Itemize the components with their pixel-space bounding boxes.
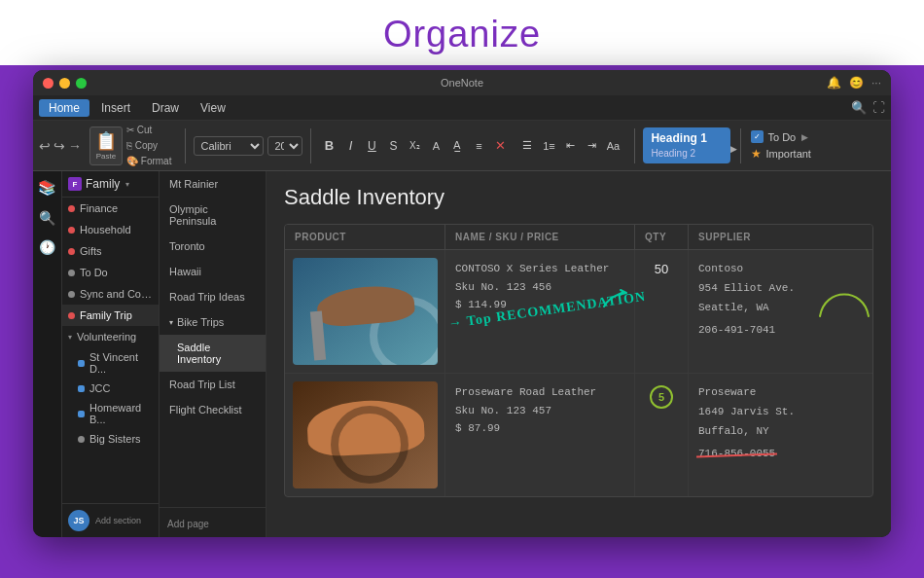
aa-button[interactable]: Aa (603, 136, 622, 156)
important-button[interactable]: ★ Important (751, 147, 810, 161)
supplier-addr1-2: 1649 Jarvis St. (698, 403, 849, 422)
close-button[interactable] (43, 78, 53, 89)
section-pane: Mt Rainier Olympic Peninsula Toronto Haw… (160, 171, 267, 537)
qty-value-1: 50 (655, 262, 668, 363)
content-page-title: Saddle Inventory (284, 185, 873, 210)
font-size-selector[interactable]: 20 (267, 136, 302, 156)
forward-button[interactable]: → (68, 138, 82, 154)
product-image-1 (285, 250, 445, 373)
heading1-label: Heading 1 (651, 131, 723, 147)
th-qty: QTY (635, 225, 689, 249)
user-avatar[interactable]: JS (68, 510, 89, 531)
cut-button[interactable]: ✂ Cut (126, 123, 171, 138)
align-button[interactable]: ≡ (469, 136, 488, 156)
menu-home[interactable]: Home (39, 99, 89, 117)
italic-button[interactable]: I (340, 136, 360, 156)
more-icon[interactable]: ··· (871, 76, 881, 90)
supplier-phone-1: 206-491-7041 (698, 321, 849, 341)
indent-less-button[interactable]: ⇤ (560, 136, 580, 156)
undo-button[interactable]: ↩ (39, 138, 51, 154)
table-row-2: Proseware Road Leather Sku No. 123 457 $… (285, 374, 872, 496)
qty-circle-2: 5 (650, 385, 673, 409)
nav-item-homeward[interactable]: Homeward B... (62, 398, 159, 429)
expand-icon[interactable]: ⛶ (872, 100, 885, 115)
section-toronto[interactable]: Toronto (160, 234, 266, 259)
number-list-button[interactable]: 1≡ (539, 136, 558, 156)
font-selector[interactable]: Calibri (194, 136, 264, 156)
copy-button[interactable]: ⎘ Copy (126, 138, 171, 154)
indent-more-button[interactable]: ⇥ (582, 136, 601, 156)
search-toolbar-icon[interactable]: 🔍 (851, 100, 867, 115)
content-area: Saddle Inventory PRODUCT NAME / SKU / PR… (267, 171, 891, 537)
font-color-button[interactable]: A̲ (447, 136, 467, 156)
main-layout: 📚 🔍 🕐 F Family ▾ Finan (33, 171, 891, 537)
nav-item-st-vincent[interactable]: St Vincent D... (62, 347, 159, 379)
page-wrapper: Organize OneNote 🔔 😊 ··· Home Insert Dra… (0, 0, 924, 578)
user-icon[interactable]: 😊 (849, 76, 864, 90)
section-mt-rainier[interactable]: Mt Rainier (160, 171, 266, 197)
bullet-list-button[interactable]: ☰ (517, 136, 537, 156)
bold-button[interactable]: B (319, 136, 338, 156)
data-table: PRODUCT NAME / SKU / PRICE QTY SUPPLIER (284, 224, 873, 497)
section-road-trip-list[interactable]: Road Trip List (160, 372, 266, 397)
section-hawaii[interactable]: Hawaii (160, 259, 266, 284)
section-road-trip-ideas[interactable]: Road Trip Ideas (160, 284, 266, 309)
sidebar-search-icon[interactable]: 🔍 (39, 210, 55, 226)
user-initials: JS (73, 516, 84, 525)
traffic-lights (43, 78, 87, 89)
notebook-header[interactable]: F Family ▾ (62, 171, 159, 198)
nav-item-finance[interactable]: Finance (62, 198, 159, 219)
app-name: OneNote (441, 77, 483, 89)
menu-view[interactable]: View (191, 99, 235, 117)
toolbar: ↩ ↪ → 📋 Paste ✂ Cut ⎘ Copy 🎨 Format Cali… (33, 121, 891, 171)
bell-icon[interactable]: 🔔 (827, 76, 841, 90)
product-image-2 (285, 374, 445, 496)
supplier-addr2-1: Seattle, WA (698, 299, 849, 318)
section-olympic[interactable]: Olympic Peninsula (160, 197, 266, 234)
minimize-button[interactable] (59, 78, 70, 89)
recent-icon[interactable]: 🕐 (39, 239, 55, 255)
section-flight-checklist[interactable]: Flight Checklist (160, 397, 266, 422)
strikethrough-button[interactable]: S (383, 136, 403, 156)
supplier-name-1: Contoso (698, 260, 849, 279)
todo-label: To Do (767, 131, 796, 143)
add-section-button[interactable]: Add section (95, 516, 141, 525)
app-container: OneNote 🔔 😊 ··· Home Insert Draw View 🔍 … (33, 70, 891, 537)
section-saddle-inventory[interactable]: Saddle Inventory (160, 335, 266, 372)
nav-item-household[interactable]: Household (62, 219, 159, 240)
subscript-button[interactable]: X₂ (405, 136, 424, 156)
notebook-sidebar: F Family ▾ Finance Household (62, 171, 160, 537)
nav-item-jcc[interactable]: JCC (62, 379, 159, 398)
page-header: Organize (0, 0, 924, 65)
highlight-button[interactable]: A (426, 136, 445, 156)
section-bike-trips-header[interactable]: ▾ Bike Trips (160, 309, 266, 335)
menu-draw[interactable]: Draw (142, 99, 189, 117)
supplier-cell-1: Contoso 954 Elliot Ave. Seattle, WA 206-… (689, 250, 859, 373)
clear-button[interactable]: ✕ (490, 136, 510, 156)
underline-button[interactable]: U (362, 136, 381, 156)
qty-cell-2: 5 (635, 374, 689, 496)
product-name-1: CONTOSO X Series Leather (455, 260, 624, 278)
product-sku-1: Sku No. 123 456 (455, 278, 624, 297)
todo-button[interactable]: ✓ To Do ▶ (751, 130, 810, 143)
add-page-button[interactable]: Add page (167, 519, 209, 529)
nav-item-sync[interactable]: Sync and Coll... (62, 283, 159, 305)
format-button[interactable]: 🎨 Format (126, 154, 171, 169)
notebooks-icon[interactable]: 📚 (38, 179, 56, 197)
menu-insert[interactable]: Insert (91, 99, 140, 117)
product-info-2: Proseware Road Leather Sku No. 123 457 $… (445, 374, 635, 496)
nav-item-gifts[interactable]: Gifts (62, 240, 159, 262)
paste-button[interactable]: 📋 Paste (89, 126, 123, 165)
nav-item-bigsisters[interactable]: Big Sisters (62, 429, 159, 449)
sidebar-footer: JS Add section (62, 503, 159, 537)
nav-item-todo[interactable]: To Do (62, 262, 159, 283)
nav-item-familytrip[interactable]: Family Trip (62, 305, 159, 326)
supplier-phone-2: 716-856-0055 (698, 445, 775, 464)
heading-styles[interactable]: Heading 1 Heading 2 ▶ (643, 127, 730, 163)
redo-button[interactable]: ↪ (53, 138, 65, 154)
nav-item-volunteering-header[interactable]: ▾ Volunteering (62, 326, 159, 347)
product-price-2: $ 87.99 (455, 419, 624, 438)
product-name-2: Proseware Road Leather (455, 383, 624, 402)
paste-label: Paste (96, 152, 116, 161)
maximize-button[interactable] (76, 78, 87, 89)
